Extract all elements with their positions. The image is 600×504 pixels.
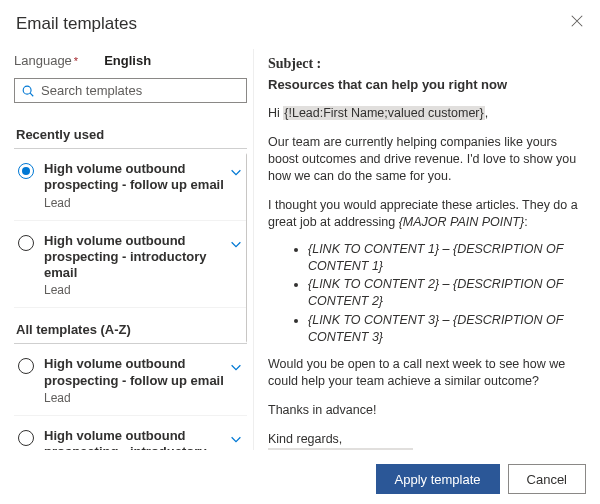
template-text: High volume outbound prospecting - follo… bbox=[44, 161, 229, 210]
svg-line-1 bbox=[30, 93, 33, 96]
template-text: High volume outbound prospecting - intro… bbox=[44, 428, 229, 450]
template-item[interactable]: High volume outbound prospecting - follo… bbox=[14, 149, 247, 221]
search-input[interactable] bbox=[41, 83, 240, 98]
pain-point-placeholder: {MAJOR PAIN POINT} bbox=[399, 215, 525, 229]
body-paragraph: Our team are currently helping companies… bbox=[268, 134, 580, 185]
radio-button[interactable] bbox=[18, 430, 34, 446]
template-item[interactable]: High volume outbound prospecting - intro… bbox=[14, 416, 247, 450]
template-name: High volume outbound prospecting - intro… bbox=[44, 233, 225, 282]
template-name: High volume outbound prospecting - follo… bbox=[44, 161, 225, 194]
subject-label: Subject : bbox=[268, 55, 580, 74]
section-recently-used: Recently used bbox=[14, 121, 247, 149]
close-icon[interactable] bbox=[570, 14, 584, 28]
template-text: High volume outbound prospecting - follo… bbox=[44, 356, 229, 405]
apply-template-button[interactable]: Apply template bbox=[376, 464, 500, 494]
radio-button[interactable] bbox=[18, 358, 34, 374]
svg-point-0 bbox=[23, 86, 31, 94]
body-paragraph: Would you be open to a call next week to… bbox=[268, 356, 580, 390]
search-icon bbox=[21, 84, 35, 98]
template-list[interactable]: Recently used High volume outbound prosp… bbox=[14, 113, 247, 450]
template-item[interactable]: High volume outbound prospecting - intro… bbox=[14, 221, 247, 309]
template-entity: Lead bbox=[44, 196, 225, 210]
chevron-down-icon[interactable] bbox=[229, 165, 243, 179]
preview-panel: Subject : Resources that can help you ri… bbox=[254, 49, 586, 450]
radio-button[interactable] bbox=[18, 163, 34, 179]
template-entity: Lead bbox=[44, 283, 225, 297]
dialog-footer: Apply template Cancel bbox=[14, 450, 586, 494]
list-item: {LINK TO CONTENT 3} – {DESCRIPTION OF CO… bbox=[308, 312, 580, 346]
radio-button[interactable] bbox=[18, 235, 34, 251]
dialog-body: Language* English Recently used High vol… bbox=[14, 48, 586, 450]
section-all-templates: All templates (A-Z) bbox=[14, 316, 247, 344]
greeting-post: , bbox=[485, 106, 488, 120]
language-value[interactable]: English bbox=[104, 53, 151, 68]
section-label: Recently used bbox=[16, 127, 104, 142]
section-label: All templates (A-Z) bbox=[16, 322, 131, 337]
signoff-line: Kind regards, bbox=[268, 431, 580, 448]
template-name: High volume outbound prospecting - intro… bbox=[44, 428, 225, 450]
body-paragraph: I thought you would appreciate these art… bbox=[268, 197, 580, 231]
template-text: High volume outbound prospecting - intro… bbox=[44, 233, 229, 298]
subject-value: Resources that can help you right now bbox=[268, 76, 580, 94]
chevron-down-icon[interactable] bbox=[229, 360, 243, 374]
cancel-button[interactable]: Cancel bbox=[508, 464, 586, 494]
chevron-down-icon[interactable] bbox=[229, 237, 243, 251]
scrollbar[interactable] bbox=[246, 153, 247, 343]
p2-c: : bbox=[524, 215, 527, 229]
email-templates-dialog: Email templates Language* English Recent… bbox=[0, 0, 600, 504]
content-links-list: {LINK TO CONTENT 1} – {DESCRIPTION OF CO… bbox=[308, 241, 580, 346]
chevron-down-icon[interactable] bbox=[229, 432, 243, 446]
template-item[interactable]: High volume outbound prospecting - follo… bbox=[14, 344, 247, 416]
merge-field-lead-name: {!Lead:First Name;valued customer} bbox=[283, 106, 484, 120]
language-row: Language* English bbox=[14, 49, 247, 78]
left-panel: Language* English Recently used High vol… bbox=[14, 49, 254, 450]
search-box[interactable] bbox=[14, 78, 247, 103]
template-name: High volume outbound prospecting - follo… bbox=[44, 356, 225, 389]
list-item: {LINK TO CONTENT 2} – {DESCRIPTION OF CO… bbox=[308, 276, 580, 310]
list-item: {LINK TO CONTENT 1} – {DESCRIPTION OF CO… bbox=[308, 241, 580, 275]
dialog-header: Email templates bbox=[14, 10, 586, 48]
dialog-title: Email templates bbox=[16, 14, 137, 34]
template-entity: Lead bbox=[44, 391, 225, 405]
greeting-line: Hi {!Lead:First Name;valued customer}, bbox=[268, 105, 580, 122]
body-paragraph: Thanks in advance! bbox=[268, 402, 580, 419]
language-label: Language* bbox=[14, 53, 78, 68]
greeting-pre: Hi bbox=[268, 106, 283, 120]
